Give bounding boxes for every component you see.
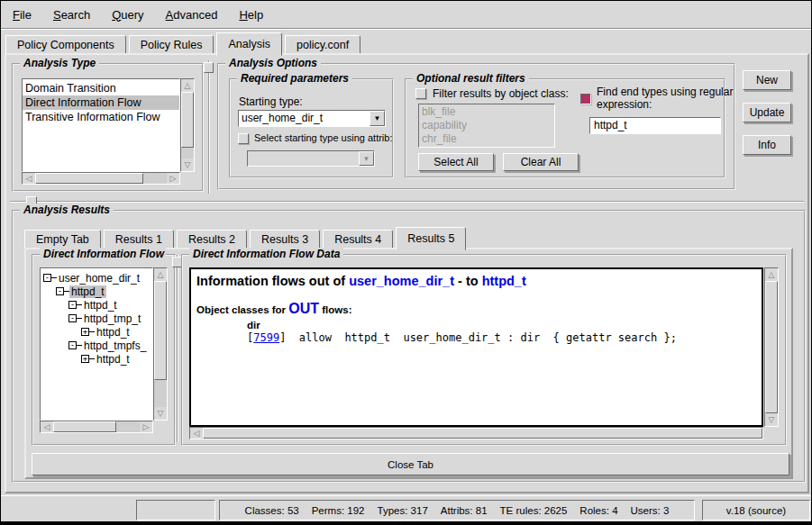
expand-icon[interactable]: + — [81, 328, 89, 336]
analysis-results-group: Analysis Results Empty TabResults 1Resul… — [12, 210, 806, 483]
results-tab-results-5[interactable]: Results 5 — [396, 227, 466, 250]
sash-handle[interactable] — [204, 62, 214, 73]
optional-result-filters-group: Optional result filters Filter results b… — [405, 78, 725, 178]
rule-number-link[interactable]: 7599 — [253, 331, 279, 344]
scroll-thumb[interactable] — [181, 92, 194, 148]
scroll-thumb[interactable] — [203, 428, 762, 439]
analysis-options-title: Analysis Options — [225, 57, 321, 69]
tab-analysis[interactable]: Analysis — [216, 32, 282, 56]
analysis-type-item-domain-transition[interactable]: Domain Transition — [23, 81, 179, 95]
starting-type-combobox[interactable]: user_home_dir_t ▼ — [238, 110, 386, 127]
rule-line: [7599] allow httpd_t user_home_dir_t : d… — [247, 331, 756, 344]
status-version: v.18 (source) — [702, 500, 810, 520]
tree-node-httpd-tmpfs-[interactable]: -httpd_tmpfs_ — [41, 339, 152, 352]
chevron-down-icon[interactable]: ▼ — [370, 111, 385, 126]
tree-node-user-home-dir-t[interactable]: -user_home_dir_t — [41, 271, 152, 285]
tree-node-httpd-t[interactable]: +httpd_t — [41, 352, 152, 366]
status-stat-te-rules: TE rules: 2625 — [500, 505, 568, 516]
status-stat-perms: Perms: 192 — [312, 505, 365, 516]
close-tab-button[interactable]: Close Tab — [32, 453, 789, 475]
tab-policy-conf[interactable]: policy.conf — [285, 35, 360, 54]
menu-advanced[interactable]: Advanced — [166, 8, 218, 22]
collapse-icon[interactable]: - — [56, 287, 64, 295]
menu-file[interactable]: File — [13, 8, 32, 22]
info-button[interactable]: Info — [743, 135, 791, 155]
filter-by-class-label: Filter results by object class: — [433, 87, 569, 100]
analysis-type-vscrollbar[interactable]: △ ▽ — [180, 78, 195, 172]
flow-data-text[interactable]: Information flows out of user_home_dir_t… — [189, 267, 763, 427]
pane-sash-vertical[interactable] — [208, 60, 210, 194]
collapse-icon[interactable]: - — [68, 341, 77, 349]
scroll-left-icon[interactable]: ◁ — [190, 428, 203, 439]
scroll-thumb[interactable] — [765, 281, 778, 413]
regex-checkbox[interactable] — [580, 94, 591, 104]
pane-sash-horizontal[interactable] — [10, 201, 804, 203]
results-tab-results-4[interactable]: Results 4 — [323, 230, 393, 249]
tree-node-httpd-t[interactable]: -httpd_t — [41, 298, 152, 312]
scroll-left-icon[interactable]: ◁ — [23, 173, 35, 184]
flow-data-group: Direct Information Flow Data Information… — [181, 254, 787, 446]
object-class-list: blk_filecapabilitychr_file — [418, 104, 555, 148]
filter-by-class-checkbox[interactable] — [415, 88, 426, 99]
scroll-up-icon[interactable]: △ — [181, 79, 194, 92]
analysis-type-item-direct-information-flow[interactable]: Direct Information Flow — [23, 95, 179, 110]
analysis-type-hscrollbar[interactable]: ◁ ▷ — [22, 172, 180, 185]
scroll-up-icon[interactable]: △ — [154, 268, 167, 281]
tree-node-httpd-t[interactable]: -httpd_t — [41, 285, 152, 298]
tree-node-httpd-t[interactable]: +httpd_t — [41, 325, 152, 339]
results-sash-vertical[interactable] — [177, 255, 178, 442]
scroll-right-icon[interactable]: ▷ — [167, 173, 179, 184]
update-button[interactable]: Update — [743, 103, 791, 122]
menu-search[interactable]: Search — [53, 8, 90, 22]
results-tab-empty-tab[interactable]: Empty Tab — [24, 230, 101, 249]
scroll-down-icon[interactable]: ▽ — [154, 407, 167, 420]
flow-heading: Information flows out of user_home_dir_t… — [196, 274, 756, 288]
flow-data-title: Direct Information Flow Data — [189, 248, 343, 260]
flow-tree-title: Direct Information Flow T — [40, 248, 166, 260]
scroll-down-icon[interactable]: ▽ — [181, 158, 194, 171]
tree-vscrollbar[interactable]: △ ▽ — [153, 267, 168, 421]
collapse-icon[interactable]: - — [68, 314, 77, 322]
tree-hscrollbar[interactable]: ◁ ▷ — [40, 421, 153, 433]
collapse-icon[interactable]: - — [43, 274, 51, 282]
scroll-thumb[interactable] — [53, 421, 116, 432]
scroll-left-icon[interactable]: ◁ — [41, 421, 53, 432]
required-parameters-group: Required parameters Starting type: user_… — [229, 78, 394, 178]
results-tab-bar: Empty TabResults 1Results 2Results 3Resu… — [24, 228, 469, 249]
collapse-icon[interactable]: - — [68, 301, 77, 309]
data-vscrollbar[interactable]: △ ▽ — [764, 267, 779, 427]
analysis-tab-panel: Analysis Type Domain TransitionDirect In… — [5, 53, 809, 493]
scroll-up-icon[interactable]: △ — [765, 268, 778, 281]
tab-policy-components[interactable]: Policy Components — [5, 35, 126, 54]
new-button[interactable]: New — [743, 70, 791, 90]
analysis-type-title: Analysis Type — [20, 57, 99, 69]
select-all-button[interactable]: Select All — [418, 153, 494, 171]
optional-result-filters-title: Optional result filters — [413, 72, 529, 85]
tree-node-httpd-tmp-t[interactable]: -httpd_tmp_t — [41, 312, 152, 325]
tree-node-label: httpd_tmpfs_ — [82, 339, 148, 352]
results-tab-results-1[interactable]: Results 1 — [104, 230, 174, 249]
scroll-thumb[interactable] — [35, 173, 143, 184]
tree-node-label: httpd_t — [69, 285, 106, 298]
tab-policy-rules[interactable]: Policy Rules — [129, 35, 214, 54]
analysis-type-item-transitive-information-flow[interactable]: Transitive Information Flow — [23, 110, 179, 124]
regex-input[interactable]: httpd_t — [589, 117, 721, 134]
menu-query[interactable]: Query — [112, 8, 143, 22]
results-tab-results-2[interactable]: Results 2 — [177, 230, 247, 249]
scroll-thumb[interactable] — [154, 281, 167, 380]
flow-tree[interactable]: -user_home_dir_t-httpd_t-httpd_t-httpd_t… — [40, 267, 153, 421]
attrib-checkbox[interactable] — [238, 133, 249, 144]
tree-node-label: user_home_dir_t — [57, 272, 141, 285]
analysis-results-title: Analysis Results — [20, 204, 114, 216]
apol-window: FileSearchQueryAdvancedHelp Policy Compo… — [0, 0, 812, 525]
scroll-right-icon[interactable]: ▷ — [140, 421, 152, 432]
analysis-type-list[interactable]: Domain TransitionDirect Information Flow… — [22, 78, 180, 172]
scroll-down-icon[interactable]: ▽ — [765, 413, 778, 426]
expand-icon[interactable]: + — [81, 355, 89, 363]
status-stats: Classes: 53Perms: 192Types: 317Attribs: … — [219, 500, 695, 520]
results-tab-results-3[interactable]: Results 3 — [250, 230, 320, 249]
menu-help[interactable]: Help — [239, 8, 263, 22]
clear-all-button[interactable]: Clear All — [503, 153, 579, 171]
status-bar: Classes: 53Perms: 192Types: 317Attribs: … — [1, 495, 812, 522]
data-hscrollbar[interactable]: ◁ — [189, 427, 763, 439]
